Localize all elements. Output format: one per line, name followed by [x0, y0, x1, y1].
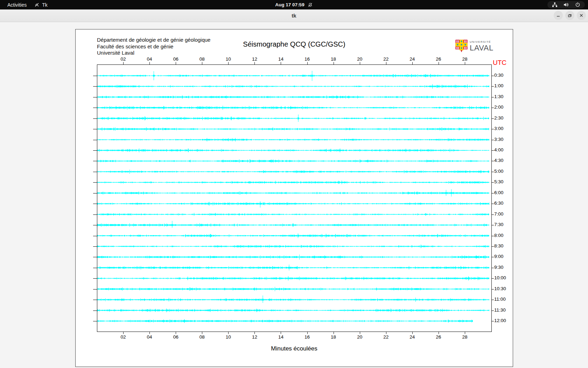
x-tick-bottom: [307, 332, 308, 334]
time-label: 0:30: [494, 73, 503, 78]
x-tick-label-top: 10: [222, 56, 234, 62]
clock-button[interactable]: Aug 17 07:59: [275, 0, 313, 9]
x-tick-bottom: [149, 332, 150, 334]
x-tick-label-bottom: 22: [380, 334, 392, 340]
x-tick-label-top: 06: [170, 56, 182, 62]
time-label: 5:00: [494, 169, 503, 174]
trace-tick-left: [93, 118, 97, 119]
x-axis-title: Minutes écoulées: [76, 345, 513, 352]
time-label: 9:00: [494, 254, 503, 259]
minimize-icon: [556, 13, 560, 18]
maximize-button[interactable]: [565, 11, 574, 20]
close-icon: [579, 13, 583, 18]
x-tick-top: [228, 62, 229, 64]
x-tick-top: [465, 62, 465, 64]
power-icon: [575, 2, 580, 7]
app-menu[interactable]: Tk: [31, 0, 51, 9]
trace-tick-left: [93, 172, 97, 172]
x-tick-label-bottom: 10: [222, 334, 234, 340]
time-label: 3:00: [494, 126, 503, 131]
x-tick-label-top: 20: [354, 56, 366, 62]
x-tick-label-bottom: 26: [433, 334, 444, 340]
trace-tick-right: [491, 300, 494, 300]
trace-tick-left: [93, 108, 97, 108]
x-tick-bottom: [176, 332, 176, 334]
header-line-3: Université Laval: [97, 50, 210, 56]
trace-tick-left: [93, 76, 97, 76]
x-tick-bottom: [228, 332, 229, 334]
trace-tick-left: [93, 129, 97, 129]
trace-tick-right: [491, 193, 494, 193]
logo-line-1: UNIVERSITÉ: [470, 41, 493, 43]
time-label: 8:30: [494, 243, 503, 248]
x-tick-label-top: 26: [433, 56, 444, 62]
system-tray[interactable]: [547, 1, 585, 8]
time-label: 1:00: [494, 83, 503, 88]
close-button[interactable]: [577, 11, 586, 20]
trace-tick-right: [491, 182, 494, 183]
trace-tick-left: [93, 204, 97, 204]
minimize-button[interactable]: [554, 11, 563, 20]
x-tick-label-bottom: 06: [170, 334, 182, 340]
x-tick-bottom: [123, 332, 124, 334]
trace-tick-right: [491, 140, 494, 140]
time-label: 4:00: [494, 147, 503, 152]
trace-tick-left: [93, 236, 97, 236]
trace-tick-right: [491, 97, 494, 97]
x-tick-label-bottom: 08: [196, 334, 208, 340]
trace-tick-right: [491, 76, 494, 76]
universite-laval-logo: UNIVERSITÉ LAVAL: [455, 40, 493, 53]
x-tick-bottom: [254, 332, 255, 334]
trace-tick-right: [491, 161, 494, 161]
trace-tick-left: [93, 246, 97, 247]
x-tick-label-top: 02: [117, 56, 129, 62]
trace-tick-right: [491, 246, 494, 247]
time-label: 10:30: [494, 286, 506, 291]
window-titlebar[interactable]: tk: [0, 9, 588, 22]
x-tick-label-bottom: 20: [354, 334, 366, 340]
clock-text: Aug 17 07:59: [275, 2, 304, 7]
trace-tick-right: [491, 311, 494, 311]
time-label: 11:30: [494, 307, 506, 313]
activities-button[interactable]: Activities: [0, 0, 31, 9]
trace-tick-right: [491, 289, 494, 289]
volume-icon: [564, 2, 569, 7]
notifications-off-icon: [308, 2, 313, 7]
x-tick-label-top: 22: [380, 56, 392, 62]
trace-tick-left: [93, 97, 97, 97]
trace-tick-right: [491, 86, 494, 87]
x-tick-top: [412, 62, 413, 64]
x-tick-label-bottom: 12: [248, 334, 260, 340]
tk-app-icon: [34, 2, 40, 7]
time-label: 7:30: [494, 222, 503, 227]
x-tick-top: [386, 62, 386, 64]
x-tick-top: [149, 62, 150, 64]
trace-tick-right: [491, 225, 494, 225]
time-label: 2:00: [494, 104, 503, 110]
x-tick-label-bottom: 04: [144, 334, 155, 340]
trace-tick-right: [491, 150, 494, 151]
seismograph-window: Département de géologie et de génie géol…: [75, 29, 513, 367]
time-label: 7:00: [494, 211, 503, 217]
x-tick-bottom: [360, 332, 360, 334]
x-tick-bottom: [334, 332, 334, 334]
utc-axis-label: UTC: [493, 59, 506, 67]
x-tick-label-top: 28: [459, 56, 471, 62]
restore-icon: [568, 13, 572, 18]
trace-tick-right: [491, 108, 494, 108]
trace-tick-left: [93, 193, 97, 193]
time-label: 3:30: [494, 137, 503, 142]
trace-tick-left: [93, 268, 97, 268]
time-label: 9:30: [494, 265, 503, 270]
trace-tick-left: [93, 289, 97, 289]
time-label: 4:30: [494, 158, 503, 163]
x-tick-bottom: [465, 332, 465, 334]
time-label: 11:00: [494, 297, 506, 302]
gnome-top-bar: Activities Tk Aug 17 07:59: [0, 0, 588, 9]
time-label: 10:00: [494, 275, 506, 280]
x-tick-top: [176, 62, 176, 64]
x-tick-label-top: 24: [406, 56, 418, 62]
x-tick-bottom: [281, 332, 281, 334]
trace-tick-right: [491, 236, 494, 236]
x-tick-top: [202, 62, 202, 64]
